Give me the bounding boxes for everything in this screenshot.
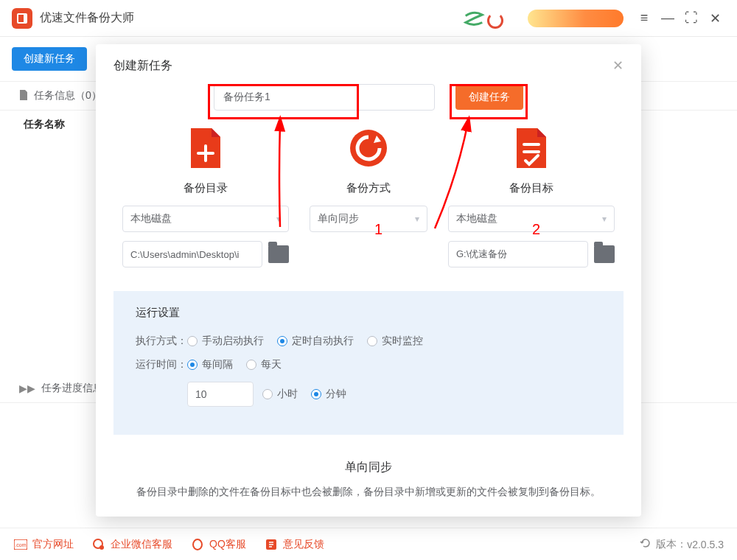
target-icon	[511, 128, 551, 168]
source-path-input[interactable]	[122, 241, 262, 267]
create-task-modal: 创建新任务 ✕ 创建任务 备份目录 本地磁盘 ▾	[96, 44, 641, 517]
source-type-select[interactable]: 本地磁盘 ▾	[122, 206, 289, 232]
exec-mode-scheduled[interactable]: 定时自动执行	[277, 335, 354, 348]
run-settings-panel: 运行设置 执行方式： 手动启动执行 定时自动执行 实时监控 运行时间： 每间隔 …	[113, 291, 624, 435]
source-label: 备份目录	[122, 181, 289, 195]
unit-hour[interactable]: 小时	[262, 388, 298, 401]
chevron-down-icon: ▾	[276, 214, 281, 224]
backup-source-column: 备份目录 本地磁盘 ▾	[122, 128, 289, 267]
modal-close-icon[interactable]: ✕	[612, 57, 624, 74]
run-time-label: 运行时间：	[136, 358, 187, 371]
exec-mode-manual[interactable]: 手动启动执行	[187, 335, 264, 348]
method-select[interactable]: 单向同步 ▾	[310, 206, 427, 232]
modal-title: 创建新任务	[113, 58, 172, 74]
source-browse-button[interactable]	[268, 245, 289, 263]
chevron-down-icon: ▾	[415, 214, 419, 224]
exec-mode-label: 执行方式：	[136, 335, 187, 348]
sync-mode-title: 单向同步	[96, 460, 641, 475]
annotation-number-2: 2	[532, 221, 540, 238]
method-icon	[349, 128, 388, 168]
annotation-number-1: 1	[374, 221, 383, 238]
run-time-daily[interactable]: 每天	[246, 358, 282, 371]
interval-value-input[interactable]	[187, 382, 254, 407]
source-icon	[186, 128, 226, 168]
task-name-input[interactable]	[214, 84, 435, 111]
target-type-select[interactable]: 本地磁盘 ▾	[448, 206, 615, 232]
sync-mode-description: 备份目录中删除的文件在备份目标中也会被删除，备份目录中新增或更新的文件会被复制到…	[96, 486, 641, 499]
run-time-interval[interactable]: 每间隔	[187, 358, 233, 371]
target-browse-button[interactable]	[594, 245, 615, 263]
run-settings-title: 运行设置	[136, 306, 601, 320]
backup-method-column: 备份方式 单向同步 ▾	[310, 128, 427, 267]
chevron-down-icon: ▾	[602, 214, 607, 224]
target-label: 备份目标	[448, 181, 615, 195]
target-path-input[interactable]	[448, 241, 588, 267]
backup-target-column: 备份目标 本地磁盘 ▾	[448, 128, 615, 267]
method-label: 备份方式	[310, 181, 427, 195]
exec-mode-realtime[interactable]: 实时监控	[367, 335, 423, 348]
create-task-confirm-button[interactable]: 创建任务	[455, 85, 523, 110]
unit-minute[interactable]: 分钟	[311, 388, 346, 401]
